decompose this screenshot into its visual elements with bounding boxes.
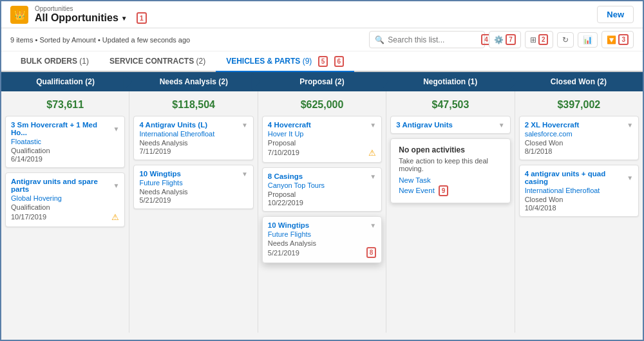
card-company[interactable]: Canyon Top Tours [268, 181, 376, 189]
chart-button[interactable]: 📊 [578, 32, 598, 48]
card-closed-2: 4 antigrav units + quad casing ▼ Interna… [519, 165, 639, 217]
floating-card-stage: Needs Analysis [268, 239, 376, 247]
kanban-col-needs-analysis: $118,504 4 Antigrav Units (L) ▼ Internat… [129, 91, 258, 333]
card-company[interactable]: Hover It Up [268, 130, 376, 138]
crown-icon: 👑 [10, 6, 28, 24]
kanban-col-qualification-header: Qualification (2) [1, 72, 129, 91]
kanban-col-proposal-header: Proposal (2) [258, 72, 386, 91]
search-box[interactable]: 🔍 4 [369, 31, 485, 48]
kanban-col-qualification: $73,611 3 Sm Hovercraft + 1 Med Ho... ▼ … [1, 91, 129, 333]
settings-button[interactable]: ⚙️ 7 [489, 31, 521, 48]
card-needs-1: 4 Antigrav Units (L) ▼ International Eth… [133, 116, 253, 160]
card-qualification-2: Antigrav units and spare parts ▼ Global … [5, 172, 125, 227]
kanban-col-closed-won-header: Closed Won (2) [515, 72, 643, 91]
card-dropdown-icon[interactable]: ▼ [498, 122, 505, 129]
label-8: 8 [366, 247, 377, 258]
card-company[interactable]: International Etherofloat [525, 187, 633, 194]
kanban-header: Qualification (2) Needs Analysis (2) Pro… [1, 72, 643, 91]
card-dropdown-icon[interactable]: ▼ [113, 182, 120, 189]
proposal-amount: $625,000 [262, 95, 382, 116]
kanban-body: $73,611 3 Sm Hovercraft + 1 Med Ho... ▼ … [1, 91, 643, 333]
card-stage: Needs Analysis [139, 188, 247, 196]
no-activity-desc: Take action to keep this deal moving. [399, 157, 502, 172]
card-date: 6/14/2019 [11, 155, 119, 163]
label-3: 3 [618, 34, 629, 45]
card-dropdown-icon[interactable]: ▼ [113, 125, 120, 133]
warning-icon: ⚠ [368, 148, 376, 158]
card-dropdown-icon[interactable]: ▼ [242, 122, 248, 129]
card-proposal-2: 8 Casings ▼ Canyon Top Tours Proposal 10… [262, 167, 382, 212]
needs-analysis-amount: $118,504 [133, 95, 253, 116]
card-company[interactable]: Floatastic [11, 138, 119, 145]
warning-icon: ⚠ [111, 212, 119, 222]
kanban-col-negotiation-header: Negotiation (1) [386, 72, 515, 91]
header-subtitle: Opportunities [35, 5, 147, 12]
toolbar-actions: 🔍 4 ⚙️ 7 ⊞ 2 ↻ 📊 🔽 3 [369, 31, 634, 48]
new-task-link[interactable]: New Task [399, 176, 502, 184]
app-header: 👑 Opportunities All Opportunities ▼ 1 Ne… [1, 1, 643, 28]
card-company[interactable]: International Etherofloat [139, 130, 247, 138]
new-event-link[interactable]: New Event [399, 187, 435, 194]
card-date: 7/10/2019 [268, 149, 299, 156]
card-stage: Qualification [11, 203, 119, 211]
card-date: 10/22/2019 [268, 199, 376, 207]
toolbar: 9 items • Sorted by Amount • Updated a f… [1, 28, 643, 51]
kanban-col-needs-analysis-header: Needs Analysis (2) [129, 72, 258, 91]
card-title[interactable]: 3 Antigrav Units ▼ [396, 121, 504, 129]
label-1: 1 [137, 12, 147, 24]
card-dropdown-icon[interactable]: ▼ [242, 170, 248, 178]
toolbar-info: 9 items • Sorted by Amount • Updated a f… [10, 36, 190, 44]
card-title[interactable]: 4 Antigrav Units (L) ▼ [139, 121, 247, 129]
card-closed-1: 2 XL Hovercraft ▼ salesforce.com Closed … [519, 116, 639, 160]
card-stage: Closed Won [525, 139, 633, 147]
card-title[interactable]: 10 Wingtips ▼ [139, 170, 247, 178]
label-6: 6 [334, 56, 345, 67]
card-dropdown-icon[interactable]: ▼ [627, 174, 633, 181]
negotiation-amount: $47,503 [390, 95, 510, 116]
card-dropdown-icon[interactable]: ▼ [370, 222, 376, 229]
new-button[interactable]: New [597, 6, 634, 23]
floating-card-company[interactable]: Future Flights [268, 230, 376, 238]
card-title[interactable]: 2 XL Hovercraft ▼ [525, 121, 633, 129]
header-left: 👑 Opportunities All Opportunities ▼ 1 [10, 5, 147, 24]
card-stage: Closed Won [525, 196, 633, 203]
no-activity-title: No open activities [399, 145, 502, 154]
tab-bulk-orders[interactable]: BULK ORDERS (1) [10, 51, 99, 72]
card-title[interactable]: 4 antigrav units + quad casing ▼ [525, 170, 633, 185]
tab-vehicles-parts[interactable]: VEHICLES & PARTS (9) 5 6 [216, 51, 354, 72]
card-dropdown-icon[interactable]: ▼ [627, 122, 633, 129]
card-title[interactable]: Antigrav units and spare parts ▼ [11, 178, 119, 193]
kanban-col-negotiation: $47,503 3 Antigrav Units ▼ No open activ… [386, 91, 515, 333]
filter-button[interactable]: 🔽 3 [601, 31, 634, 48]
card-date: 5/21/2019 [139, 196, 247, 204]
card-dropdown-icon[interactable]: ▼ [370, 173, 376, 180]
card-qualification-1: 3 Sm Hovercraft + 1 Med Ho... ▼ Floatast… [5, 116, 125, 168]
columns-button[interactable]: ⊞ 2 [525, 31, 554, 48]
tab-service-contracts[interactable]: SERVICE CONTRACTS (2) [99, 51, 216, 72]
card-title[interactable]: 4 Hovercraft ▼ [268, 121, 376, 129]
search-icon: 🔍 [375, 35, 384, 44]
card-title[interactable]: 3 Sm Hovercraft + 1 Med Ho... ▼ [11, 121, 119, 136]
card-date: 10/17/2019 [11, 213, 46, 221]
search-input[interactable] [388, 35, 478, 44]
card-date: 10/4/2018 [525, 204, 633, 212]
card-dropdown-icon[interactable]: ▼ [370, 122, 376, 129]
header-title-group: Opportunities All Opportunities ▼ 1 [35, 5, 147, 24]
floating-card-date: 5/21/2019 [268, 249, 299, 257]
card-title[interactable]: 8 Casings ▼ [268, 172, 376, 180]
tabs-bar: BULK ORDERS (1) SERVICE CONTRACTS (2) VE… [1, 51, 643, 72]
card-stage: Qualification [11, 147, 119, 154]
no-activity-popup: No open activities Take action to keep t… [390, 138, 510, 203]
label-2: 2 [538, 34, 549, 45]
card-company[interactable]: Global Hovering [11, 194, 119, 202]
card-company[interactable]: Future Flights [139, 179, 247, 187]
refresh-button[interactable]: ↻ [557, 32, 574, 48]
floating-card-title[interactable]: 10 Wingtips ▼ [268, 221, 376, 229]
closed-won-amount: $397,002 [519, 95, 639, 116]
title-dropdown-icon[interactable]: ▼ [121, 15, 128, 22]
card-company[interactable]: salesforce.com [525, 130, 633, 138]
card-needs-2: 10 Wingtips ▼ Future Flights Needs Analy… [133, 165, 253, 209]
qualification-amount: $73,611 [5, 95, 125, 116]
label-5: 5 [318, 56, 328, 67]
card-stage: Needs Analysis [139, 139, 247, 147]
